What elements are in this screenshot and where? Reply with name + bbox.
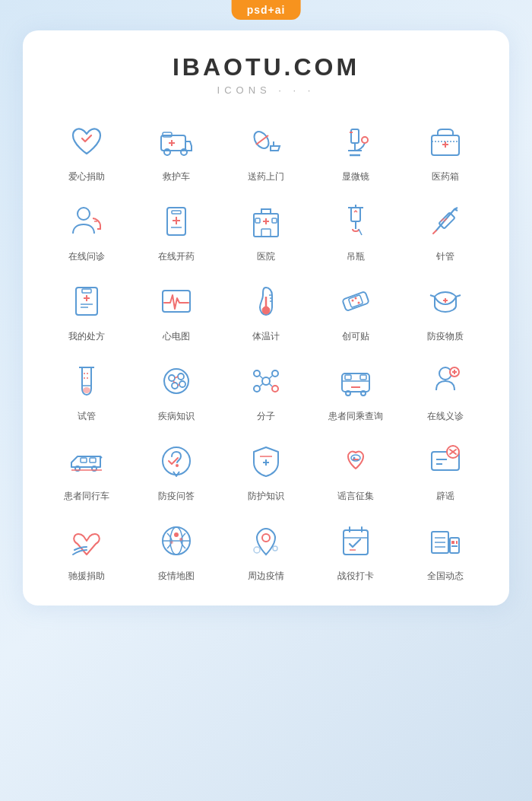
svg-point-103 [176, 464, 179, 467]
icon-national-dynamic [423, 518, 468, 564]
icon-bus-inquiry [333, 358, 378, 404]
icon-microscope [333, 119, 378, 164]
svg-line-83 [260, 383, 263, 386]
card-title: IBAOTU.COM [38, 53, 494, 81]
svg-point-122 [262, 534, 270, 542]
icon-label-protection: 防护知识 [248, 490, 284, 503]
icon-epidemic-map [154, 518, 199, 564]
icon-item-rumor-collect: 谣言征集 [315, 438, 397, 503]
icon-label-bus-inquiry: 患者同乘查询 [328, 410, 383, 423]
svg-point-59 [358, 302, 360, 304]
icon-label-love-donate: 爱心捐助 [68, 170, 105, 183]
icon-label-medicine-box: 医药箱 [432, 170, 459, 183]
svg-point-87 [346, 391, 350, 396]
icon-label-epidemic-qa: 防疫问答 [158, 490, 195, 503]
svg-line-36 [359, 229, 362, 235]
icon-item-disease-knowledge: 疾病知识 [135, 358, 217, 423]
icon-item-medicine-box: 医药箱 [404, 119, 486, 183]
icon-item-protection: 防护知识 [225, 438, 307, 503]
icon-online-consult [64, 199, 109, 244]
svg-rect-26 [254, 214, 278, 237]
icon-item-ambulance: 救护车 [135, 119, 217, 183]
icon-label-checkin: 战役打卡 [337, 570, 374, 583]
svg-point-19 [78, 208, 90, 220]
icon-label-ambulance: 救护车 [163, 170, 190, 183]
svg-rect-137 [451, 545, 458, 547]
icon-label-epidemic-map: 疫情地图 [158, 570, 195, 583]
svg-rect-136 [456, 541, 458, 544]
svg-point-88 [361, 391, 366, 396]
icon-thermometer [243, 278, 289, 324]
icon-label-debunk: 辟谣 [436, 490, 454, 503]
svg-point-109 [353, 457, 356, 459]
svg-line-82 [269, 376, 272, 379]
icon-item-bus-inquiry: 患者同乘查询 [315, 358, 397, 423]
icon-item-epidemic-qa: 防疫问答 [135, 438, 217, 503]
icon-prescription [64, 278, 109, 324]
icon-item-donation: 驰援捐助 [46, 518, 128, 583]
icon-medicine-delivery [243, 119, 289, 164]
icon-donation [64, 518, 109, 564]
icon-label-drip: 吊瓶 [347, 250, 365, 263]
icon-label-online-consult: 在线问诊 [68, 250, 105, 263]
icon-bandage [333, 278, 378, 324]
icon-molecule [243, 358, 289, 404]
icon-label-hospital: 医院 [257, 250, 275, 263]
icon-item-syringe: 针管 [404, 199, 486, 263]
icon-item-online-clinic: 在线义诊 [404, 358, 486, 423]
svg-point-123 [254, 547, 260, 553]
icon-item-nearby-epidemic: 周边疫情 [225, 518, 307, 583]
svg-line-84 [269, 383, 272, 386]
icon-protection [243, 438, 289, 484]
icon-label-ecg: 心电图 [163, 330, 190, 343]
icon-label-test-tube: 试管 [78, 410, 96, 423]
svg-rect-90 [360, 375, 366, 380]
svg-point-60 [355, 297, 357, 300]
svg-line-73 [175, 377, 178, 378]
icon-label-microscope: 显微镜 [342, 170, 369, 183]
icon-syringe [423, 199, 468, 244]
svg-point-124 [273, 546, 277, 551]
icon-item-mask: 防疫物质 [404, 278, 486, 343]
icon-debunk [423, 438, 468, 484]
svg-rect-89 [345, 375, 351, 380]
icon-item-drip: 吊瓶 [315, 199, 397, 263]
icon-label-prescription: 我的处方 [68, 330, 105, 343]
svg-rect-9 [351, 129, 359, 143]
svg-point-119 [174, 532, 179, 537]
icon-label-online-clinic: 在线义诊 [427, 410, 464, 423]
svg-point-79 [254, 386, 260, 392]
svg-point-13 [362, 137, 368, 143]
svg-rect-125 [344, 530, 368, 555]
icon-item-love-donate: 爱心捐助 [46, 119, 128, 183]
svg-line-43 [454, 209, 458, 211]
svg-rect-56 [342, 291, 369, 311]
icon-item-online-medicine: 在线开药 [135, 199, 217, 263]
svg-rect-32 [351, 208, 360, 221]
icon-item-test-tube: 试管 [46, 358, 128, 423]
icon-label-bandage: 创可贴 [342, 330, 369, 343]
svg-rect-30 [255, 218, 260, 223]
icon-item-patient-train: 患者同行车 [46, 438, 128, 503]
svg-line-101 [100, 456, 102, 458]
icon-test-tube [64, 358, 109, 404]
svg-point-121 [170, 541, 173, 544]
svg-point-70 [178, 373, 184, 380]
svg-rect-31 [272, 218, 277, 223]
icon-item-debunk: 辟谣 [404, 438, 486, 503]
icon-online-clinic [423, 358, 468, 404]
icon-item-thermometer: 体温计 [225, 278, 307, 343]
icon-rumor-collect [333, 438, 378, 484]
icon-item-online-consult: 在线问诊 [46, 199, 128, 263]
svg-rect-29 [261, 229, 271, 237]
svg-rect-85 [342, 373, 369, 392]
svg-line-7 [256, 135, 268, 145]
svg-rect-25 [172, 211, 181, 214]
svg-rect-98 [81, 458, 87, 462]
icon-item-national-dynamic: 全国动态 [404, 518, 486, 583]
icon-label-nearby-epidemic: 周边疫情 [248, 570, 284, 583]
svg-point-71 [172, 383, 178, 389]
svg-point-120 [179, 538, 182, 541]
card-subtitle: ICONS · · · [38, 84, 494, 96]
icon-item-ecg: 心电图 [135, 278, 217, 343]
